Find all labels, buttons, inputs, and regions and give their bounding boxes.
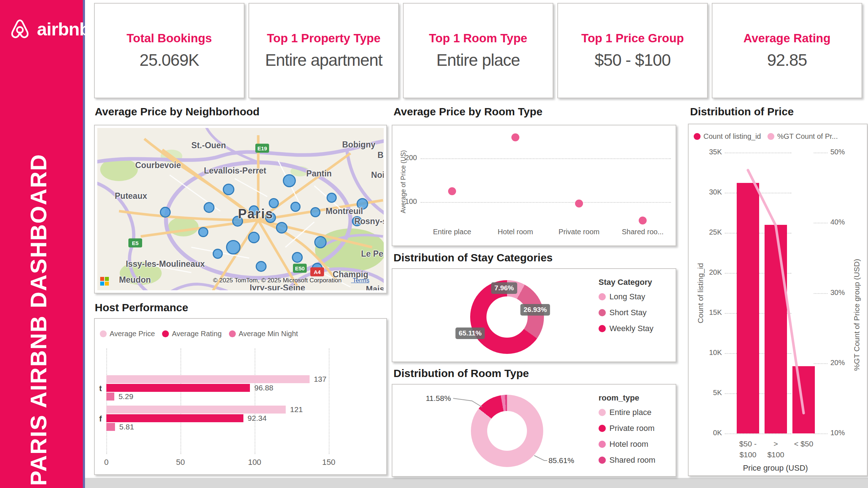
map-visual[interactable]: St.-OuenCourbevoieLevallois-PerretPantin… bbox=[94, 125, 387, 294]
map-place-label: Montreuil bbox=[326, 206, 363, 216]
host-bar[interactable] bbox=[106, 393, 114, 401]
room-legend-item[interactable]: Hotel room bbox=[599, 440, 655, 449]
price-xtick-line1: < $50 bbox=[782, 440, 825, 448]
terms-link[interactable]: Terms bbox=[351, 277, 369, 284]
legend-dot-icon bbox=[599, 409, 606, 416]
map-place-label: Courbevoie bbox=[135, 160, 181, 170]
price-right-tick: 10% bbox=[830, 429, 845, 437]
scatter-point[interactable] bbox=[575, 200, 583, 207]
kpi-top-room-type[interactable]: Top 1 Room Type Entire place bbox=[403, 3, 553, 98]
price-legend: Count of listing_id%GT Count of Pr... bbox=[694, 132, 838, 141]
stay-legend-item[interactable]: Short Stay bbox=[599, 308, 654, 317]
room-legend-item[interactable]: Shared room bbox=[599, 455, 655, 465]
price-legend-item[interactable]: %GT Count of Pr... bbox=[767, 132, 838, 141]
host-bar[interactable] bbox=[106, 414, 243, 422]
price-bubble[interactable] bbox=[283, 174, 296, 187]
host-bar[interactable] bbox=[106, 375, 310, 383]
legend-label: Short Stay bbox=[609, 308, 647, 317]
stay-title: Distribution of Stay Categories bbox=[393, 252, 553, 264]
price-bubble[interactable] bbox=[248, 232, 260, 243]
kpi-value: Entire apartment bbox=[265, 50, 382, 70]
scatter-point[interactable] bbox=[511, 133, 519, 141]
host-bar[interactable] bbox=[106, 384, 250, 392]
price-bubble[interactable] bbox=[290, 202, 301, 212]
price-bar[interactable] bbox=[737, 183, 759, 433]
price-bubble[interactable] bbox=[276, 222, 288, 234]
stay-slice-label: 7.96% bbox=[491, 282, 517, 294]
price-bar[interactable] bbox=[792, 366, 815, 433]
kpi-average-rating[interactable]: Average Rating 92.85 bbox=[712, 3, 862, 98]
scatter-xtick: Hotel room bbox=[483, 228, 548, 236]
stay-donut-visual[interactable]: 7.96%26.93%65.11%Stay CategoryLong StayS… bbox=[392, 268, 676, 362]
scatter-visual[interactable]: 200100Entire placeHotel roomPrivate room… bbox=[392, 125, 676, 246]
host-gridline bbox=[329, 348, 329, 454]
map-place-label: Meudon bbox=[119, 275, 151, 285]
legend-dot-icon bbox=[599, 441, 606, 448]
host-legend-item[interactable]: Average Rating bbox=[162, 330, 222, 338]
stay-legend-item[interactable]: Long Stay bbox=[599, 292, 654, 301]
legend-dot-icon bbox=[599, 325, 606, 332]
price-bubble[interactable] bbox=[213, 249, 223, 259]
room-legend-item[interactable]: Entire place bbox=[599, 408, 655, 417]
host-legend-item[interactable]: Average Min Night bbox=[229, 330, 298, 338]
map-attribution: © 2025 TomTom, © 2025 Microsoft Corporat… bbox=[213, 277, 369, 284]
price-left-tick: 5K bbox=[701, 389, 722, 397]
scatter-point[interactable] bbox=[448, 187, 456, 195]
price-gridline bbox=[725, 433, 791, 434]
map-place-label: Puteaux bbox=[115, 191, 147, 201]
host-bar-value: 121 bbox=[290, 405, 303, 414]
stay-legend-item[interactable]: Weekly Stay bbox=[599, 324, 654, 333]
airbnb-wordmark: airbnb bbox=[37, 19, 90, 40]
kpi-top-property-type[interactable]: Top 1 Property Type Entire apartment bbox=[248, 3, 399, 98]
page-bottom-strip bbox=[85, 478, 868, 488]
legend-dot-icon bbox=[599, 309, 606, 316]
price-gridline-right bbox=[814, 363, 827, 364]
price-bubble[interactable] bbox=[204, 202, 214, 213]
stay-slice-label: 65.11% bbox=[455, 328, 485, 339]
legend-label: Long Stay bbox=[609, 292, 645, 301]
price-bubble[interactable] bbox=[198, 227, 208, 237]
host-xtick: 50 bbox=[170, 458, 191, 467]
kpi-total-bookings[interactable]: Total Bookings 25.069K bbox=[94, 3, 244, 98]
price-right-tick: 40% bbox=[830, 218, 845, 226]
price-bubble[interactable] bbox=[292, 252, 303, 263]
host-performance-visual[interactable]: Average PriceAverage RatingAverage Min N… bbox=[94, 318, 387, 475]
room-legend-item[interactable]: Private room bbox=[599, 424, 655, 433]
price-bubble[interactable] bbox=[256, 261, 267, 272]
kpi-top-price-group[interactable]: Top 1 Price Group $50 - $100 bbox=[557, 3, 708, 98]
legend-dot-icon bbox=[599, 457, 606, 464]
price-bar[interactable] bbox=[765, 225, 787, 433]
price-combo-visual[interactable]: Count of listing_id%GT Count of Pr...35K… bbox=[688, 124, 868, 476]
price-bubble[interactable] bbox=[314, 236, 327, 248]
scatter-xtick: Shared roo... bbox=[610, 228, 675, 236]
price-left-tick: 0K bbox=[701, 429, 722, 437]
price-right-tick: 20% bbox=[830, 359, 845, 367]
road-badge-e5: E5 bbox=[128, 239, 142, 248]
price-gridline-right bbox=[814, 153, 827, 153]
kpi-value: 92.85 bbox=[767, 50, 807, 70]
sidebar-title: PARIS AIRBNB DASHBOARD bbox=[25, 154, 51, 486]
host-bar[interactable] bbox=[106, 406, 286, 414]
host-bar[interactable] bbox=[106, 423, 115, 431]
price-right-tick: 30% bbox=[830, 288, 845, 297]
stay-legend: Stay CategoryLong StayShort StayWeekly S… bbox=[599, 278, 654, 340]
paris-map[interactable]: St.-OuenCourbevoieLevallois-PerretPantin… bbox=[97, 128, 384, 290]
host-legend-item[interactable]: Average Price bbox=[100, 330, 155, 338]
price-bubble[interactable] bbox=[223, 184, 234, 195]
price-bubble[interactable] bbox=[327, 193, 337, 203]
room-donut-visual[interactable]: 11.58%85.61%room_typeEntire placePrivate… bbox=[392, 384, 676, 477]
kpi-label: Top 1 Price Group bbox=[581, 31, 684, 45]
ms-logo-square bbox=[100, 282, 104, 286]
price-bubble[interactable] bbox=[226, 240, 241, 254]
host-xtick: 100 bbox=[244, 458, 265, 467]
scatter-point[interactable] bbox=[639, 217, 647, 224]
host-bar-value: 137 bbox=[314, 375, 327, 384]
price-bubble[interactable] bbox=[310, 207, 320, 217]
map-place-label: Bo bbox=[378, 150, 384, 160]
sidebar: airbnb PARIS AIRBNB DASHBOARD bbox=[0, 0, 85, 488]
kpi-value: 25.069K bbox=[140, 50, 199, 70]
price-bubble[interactable] bbox=[160, 207, 171, 218]
price-legend-item[interactable]: Count of listing_id bbox=[694, 132, 761, 141]
price-left-axis-title: Count of listing_id bbox=[696, 252, 705, 335]
legend-label: Weekly Stay bbox=[609, 324, 654, 333]
